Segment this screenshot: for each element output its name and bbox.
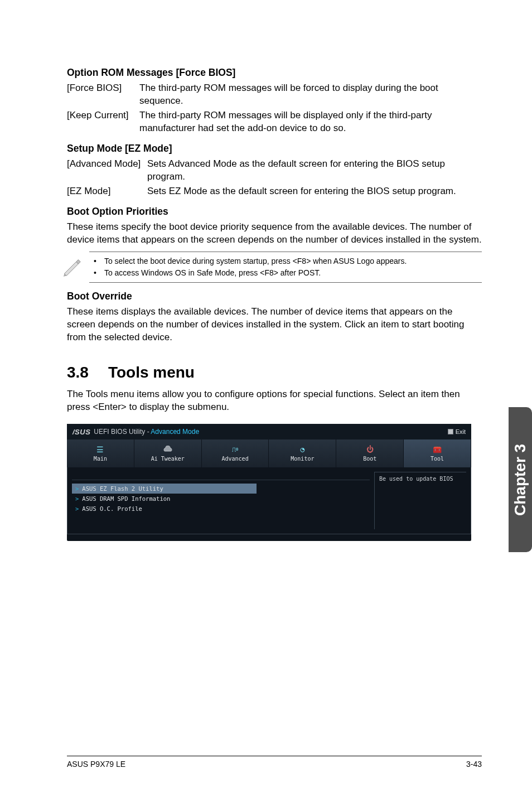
- setup-mode-row: [Advanced Mode] Sets Advanced Mode as th…: [67, 158, 482, 183]
- bios-tabs: ☰ Main Ai Tweaker ⎍0 Advanced ◔ Monitor …: [67, 439, 471, 467]
- bios-header: /SUS UEFI BIOS Utility - Advanced Mode E…: [67, 424, 471, 439]
- note-item: To select the boot device during system …: [94, 255, 480, 267]
- option-rom-row: [Keep Current] The third-party ROM messa…: [67, 109, 482, 135]
- chip-icon: ⎍0: [230, 446, 241, 453]
- bios-tab-label: Main: [94, 456, 107, 462]
- bios-tab-label: Tool: [431, 456, 444, 462]
- bios-body: ASUS EZ Flash 2 Utility ASUS DRAM SPD In…: [67, 467, 471, 534]
- option-rom-heading: Option ROM Messages [Force BIOS]: [67, 67, 482, 79]
- footer-page-number: 3-43: [466, 760, 482, 769]
- setup-mode-row: [EZ Mode] Sets EZ Mode as the default sc…: [67, 185, 482, 198]
- power-icon: ⏻: [364, 446, 375, 453]
- bios-tab-label: Advanced: [221, 456, 248, 462]
- cloud-icon: [162, 446, 173, 453]
- boot-priority-heading: Boot Option Priorities: [67, 206, 482, 218]
- section-title: 3.8 Tools menu: [67, 364, 482, 381]
- boot-override-heading: Boot Override: [67, 291, 482, 302]
- bios-exit-button[interactable]: Exit: [448, 428, 466, 435]
- bios-screenshot: /SUS UEFI BIOS Utility - Advanced Mode E…: [67, 424, 471, 541]
- bios-tab-label: Boot: [363, 456, 376, 462]
- def-term: [Force BIOS]: [67, 82, 139, 108]
- option-rom-row: [Force BIOS] The third-party ROM message…: [67, 82, 482, 108]
- bios-title-2: Advanced Mode: [151, 428, 199, 436]
- def-def: Sets EZ Mode as the default screen for e…: [147, 185, 482, 198]
- bios-menu-ez-flash[interactable]: ASUS EZ Flash 2 Utility: [72, 484, 257, 494]
- page-footer: ASUS P9X79 LE 3-43: [67, 756, 482, 769]
- def-term: [EZ Mode]: [67, 185, 147, 198]
- boot-override-para: These items displays the available devic…: [67, 306, 482, 344]
- tools-para: The Tools menu items allow you to config…: [67, 388, 482, 414]
- setup-mode-heading: Setup Mode [EZ Mode]: [67, 143, 482, 154]
- footer-product: ASUS P9X79 LE: [67, 760, 125, 769]
- toolbox-icon: 🧰: [432, 446, 443, 453]
- asus-brand-icon: /SUS: [72, 428, 90, 436]
- bios-tab-label: Monitor: [291, 456, 314, 462]
- bios-help-text: Be used to update BIOS: [374, 472, 466, 529]
- def-def: The third-party ROM messages will be dis…: [139, 109, 482, 135]
- bios-logo: /SUS UEFI BIOS Utility - Advanced Mode: [72, 428, 199, 436]
- note-box: To select the boot device during system …: [89, 252, 482, 283]
- def-term: [Keep Current]: [67, 109, 139, 135]
- bios-menu-oc-profile[interactable]: ASUS O.C. Profile: [72, 504, 370, 514]
- gauge-icon: ◔: [297, 446, 308, 453]
- chapter-side-tab: Chapter 3: [509, 407, 532, 552]
- bios-tab-ai-tweaker[interactable]: Ai Tweaker: [134, 439, 202, 467]
- bios-menu-label: ASUS EZ Flash 2 Utility: [82, 485, 163, 492]
- bios-menu-label: ASUS DRAM SPD Information: [82, 495, 170, 502]
- bios-title-1: UEFI BIOS Utility -: [94, 428, 151, 436]
- bios-tab-advanced[interactable]: ⎍0 Advanced: [202, 439, 269, 467]
- note-list: To select the boot device during system …: [94, 255, 480, 279]
- section-number: 3.8: [67, 364, 89, 381]
- bios-tab-monitor[interactable]: ◔ Monitor: [269, 439, 336, 467]
- bios-tab-main[interactable]: ☰ Main: [67, 439, 134, 467]
- bios-exit-label: Exit: [456, 428, 466, 435]
- section-name: Tools menu: [108, 364, 195, 381]
- def-def: Sets Advanced Mode as the default screen…: [147, 158, 482, 183]
- bios-tab-boot[interactable]: ⏻ Boot: [336, 439, 404, 467]
- bios-menu-list: ASUS EZ Flash 2 Utility ASUS DRAM SPD In…: [72, 472, 370, 529]
- bios-menu-dram-spd[interactable]: ASUS DRAM SPD Information: [72, 494, 370, 504]
- boot-priority-para: These items specify the boot device prio…: [67, 221, 482, 247]
- list-icon: ☰: [95, 446, 106, 453]
- bios-menu-label: ASUS O.C. Profile: [82, 505, 142, 512]
- bios-tab-label: Ai Tweaker: [151, 456, 185, 462]
- note-item: To access Windows OS in Safe Mode, press…: [94, 267, 480, 279]
- pencil-note-icon: [61, 255, 83, 277]
- exit-icon: [448, 429, 453, 434]
- def-def: The third-party ROM messages will be for…: [139, 82, 482, 108]
- def-term: [Advanced Mode]: [67, 158, 147, 183]
- bios-tab-tool[interactable]: 🧰 Tool: [404, 439, 471, 467]
